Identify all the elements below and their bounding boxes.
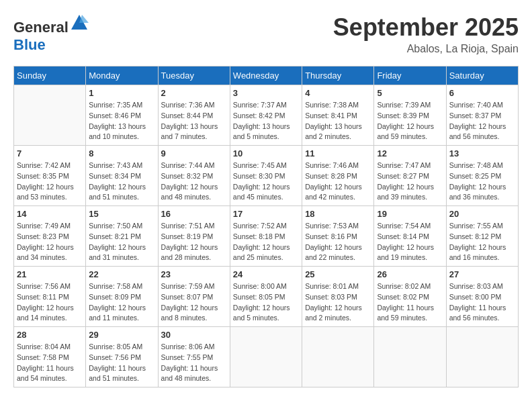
- location-title: Abalos, La Rioja, Spain: [333, 43, 519, 55]
- day-number: 6: [449, 88, 515, 98]
- day-info: Sunrise: 7:49 AMSunset: 8:23 PMDaylight:…: [17, 221, 83, 263]
- weekday-header-friday: Friday: [374, 66, 446, 85]
- weekday-header-wednesday: Wednesday: [230, 66, 302, 85]
- calendar-cell: 30Sunrise: 8:06 AMSunset: 7:55 PMDayligh…: [158, 327, 230, 387]
- weekday-header-saturday: Saturday: [446, 66, 518, 85]
- calendar-cell: 18Sunrise: 7:53 AMSunset: 8:16 PMDayligh…: [302, 206, 374, 267]
- day-number: 4: [305, 88, 371, 98]
- calendar-cell: 3Sunrise: 7:37 AMSunset: 8:42 PMDaylight…: [230, 85, 302, 146]
- day-number: 1: [89, 88, 154, 98]
- calendar-cell: 4Sunrise: 7:38 AMSunset: 8:41 PMDaylight…: [302, 85, 374, 146]
- calendar-table: SundayMondayTuesdayWednesdayThursdayFrid…: [13, 66, 519, 387]
- day-number: 27: [449, 269, 515, 279]
- day-number: 29: [89, 330, 154, 340]
- day-number: 17: [233, 209, 299, 219]
- calendar-cell: 13Sunrise: 7:48 AMSunset: 8:25 PMDayligh…: [446, 146, 518, 206]
- day-info: Sunrise: 7:56 AMSunset: 8:11 PMDaylight:…: [17, 281, 83, 324]
- day-info: Sunrise: 7:42 AMSunset: 8:35 PMDaylight:…: [17, 161, 83, 203]
- day-info: Sunrise: 7:50 AMSunset: 8:21 PMDaylight:…: [89, 221, 154, 263]
- day-number: 19: [377, 209, 443, 219]
- calendar-cell: [446, 327, 518, 387]
- day-number: 18: [305, 209, 371, 219]
- day-number: 25: [305, 269, 371, 279]
- day-info: Sunrise: 8:02 AMSunset: 8:02 PMDaylight:…: [377, 281, 443, 324]
- day-info: Sunrise: 7:53 AMSunset: 8:16 PMDaylight:…: [305, 221, 371, 263]
- calendar-cell: 8Sunrise: 7:43 AMSunset: 8:34 PMDaylight…: [86, 146, 158, 206]
- day-info: Sunrise: 7:38 AMSunset: 8:41 PMDaylight:…: [305, 100, 371, 142]
- day-number: 28: [17, 330, 83, 340]
- day-number: 15: [89, 209, 154, 219]
- calendar-cell: 21Sunrise: 7:56 AMSunset: 8:11 PMDayligh…: [14, 267, 86, 327]
- day-info: Sunrise: 8:00 AMSunset: 8:05 PMDaylight:…: [233, 281, 299, 324]
- weekday-header-tuesday: Tuesday: [158, 66, 230, 85]
- day-info: Sunrise: 7:37 AMSunset: 8:42 PMDaylight:…: [233, 100, 299, 142]
- calendar-cell: 15Sunrise: 7:50 AMSunset: 8:21 PMDayligh…: [86, 206, 158, 267]
- calendar-cell: 14Sunrise: 7:49 AMSunset: 8:23 PMDayligh…: [14, 206, 86, 267]
- calendar-cell: 10Sunrise: 7:45 AMSunset: 8:30 PMDayligh…: [230, 146, 302, 206]
- calendar-cell: [302, 327, 374, 387]
- day-info: Sunrise: 7:44 AMSunset: 8:32 PMDaylight:…: [161, 161, 227, 203]
- calendar-cell: 16Sunrise: 7:51 AMSunset: 8:19 PMDayligh…: [158, 206, 230, 267]
- weekday-header-sunday: Sunday: [14, 66, 86, 85]
- day-number: 7: [17, 148, 83, 158]
- day-number: 22: [89, 269, 154, 279]
- calendar-header-row: SundayMondayTuesdayWednesdayThursdayFrid…: [14, 66, 519, 85]
- calendar-body: 1Sunrise: 7:35 AMSunset: 8:46 PMDaylight…: [14, 85, 519, 387]
- calendar-cell: 17Sunrise: 7:52 AMSunset: 8:18 PMDayligh…: [230, 206, 302, 267]
- calendar-week-row: 1Sunrise: 7:35 AMSunset: 8:46 PMDaylight…: [14, 85, 519, 146]
- calendar-cell: 9Sunrise: 7:44 AMSunset: 8:32 PMDaylight…: [158, 146, 230, 206]
- calendar-cell: 26Sunrise: 8:02 AMSunset: 8:02 PMDayligh…: [374, 267, 446, 327]
- logo: General Blue: [13, 13, 89, 54]
- day-number: 12: [377, 148, 443, 158]
- day-number: 5: [377, 88, 443, 98]
- weekday-header-thursday: Thursday: [302, 66, 374, 85]
- day-info: Sunrise: 7:46 AMSunset: 8:28 PMDaylight:…: [305, 161, 371, 203]
- day-info: Sunrise: 7:36 AMSunset: 8:44 PMDaylight:…: [161, 100, 227, 142]
- day-info: Sunrise: 7:54 AMSunset: 8:14 PMDaylight:…: [377, 221, 443, 263]
- calendar-cell: 2Sunrise: 7:36 AMSunset: 8:44 PMDaylight…: [158, 85, 230, 146]
- day-number: 3: [233, 88, 299, 98]
- calendar-week-row: 21Sunrise: 7:56 AMSunset: 8:11 PMDayligh…: [14, 267, 519, 327]
- day-number: 9: [161, 148, 227, 158]
- day-number: 30: [161, 330, 227, 340]
- day-info: Sunrise: 7:35 AMSunset: 8:46 PMDaylight:…: [89, 100, 154, 142]
- svg-marker-1: [79, 15, 89, 23]
- calendar-cell: 11Sunrise: 7:46 AMSunset: 8:28 PMDayligh…: [302, 146, 374, 206]
- calendar-cell: 12Sunrise: 7:47 AMSunset: 8:27 PMDayligh…: [374, 146, 446, 206]
- calendar-cell: 1Sunrise: 7:35 AMSunset: 8:46 PMDaylight…: [86, 85, 158, 146]
- calendar-week-row: 28Sunrise: 8:04 AMSunset: 7:58 PMDayligh…: [14, 327, 519, 387]
- day-number: 11: [305, 148, 371, 158]
- calendar-cell: 22Sunrise: 7:58 AMSunset: 8:09 PMDayligh…: [86, 267, 158, 327]
- day-number: 23: [161, 269, 227, 279]
- calendar-cell: 7Sunrise: 7:42 AMSunset: 8:35 PMDaylight…: [14, 146, 86, 206]
- calendar-cell: [14, 85, 86, 146]
- day-info: Sunrise: 8:06 AMSunset: 7:55 PMDaylight:…: [161, 342, 227, 384]
- day-info: Sunrise: 8:04 AMSunset: 7:58 PMDaylight:…: [17, 342, 83, 384]
- calendar-cell: [230, 327, 302, 387]
- day-info: Sunrise: 8:01 AMSunset: 8:03 PMDaylight:…: [305, 281, 371, 324]
- calendar-week-row: 7Sunrise: 7:42 AMSunset: 8:35 PMDaylight…: [14, 146, 519, 206]
- calendar-cell: 19Sunrise: 7:54 AMSunset: 8:14 PMDayligh…: [374, 206, 446, 267]
- calendar-cell: 5Sunrise: 7:39 AMSunset: 8:39 PMDaylight…: [374, 85, 446, 146]
- day-info: Sunrise: 7:45 AMSunset: 8:30 PMDaylight:…: [233, 161, 299, 203]
- day-info: Sunrise: 7:58 AMSunset: 8:09 PMDaylight:…: [89, 281, 154, 324]
- calendar-cell: 27Sunrise: 8:03 AMSunset: 8:00 PMDayligh…: [446, 267, 518, 327]
- day-number: 2: [161, 88, 227, 98]
- day-number: 13: [449, 148, 515, 158]
- day-info: Sunrise: 7:47 AMSunset: 8:27 PMDaylight:…: [377, 161, 443, 203]
- logo-icon: [70, 13, 89, 32]
- day-info: Sunrise: 7:48 AMSunset: 8:25 PMDaylight:…: [449, 161, 515, 203]
- calendar-week-row: 14Sunrise: 7:49 AMSunset: 8:23 PMDayligh…: [14, 206, 519, 267]
- day-number: 10: [233, 148, 299, 158]
- day-info: Sunrise: 7:52 AMSunset: 8:18 PMDaylight:…: [233, 221, 299, 263]
- calendar-cell: 6Sunrise: 7:40 AMSunset: 8:37 PMDaylight…: [446, 85, 518, 146]
- logo-general: General: [13, 19, 69, 36]
- title-block: September 2025 Abalos, La Rioja, Spain: [333, 13, 519, 55]
- calendar-cell: [374, 327, 446, 387]
- day-info: Sunrise: 7:39 AMSunset: 8:39 PMDaylight:…: [377, 100, 443, 142]
- day-number: 21: [17, 269, 83, 279]
- logo-blue: Blue: [13, 36, 46, 53]
- calendar-cell: 20Sunrise: 7:55 AMSunset: 8:12 PMDayligh…: [446, 206, 518, 267]
- calendar-cell: 24Sunrise: 8:00 AMSunset: 8:05 PMDayligh…: [230, 267, 302, 327]
- day-info: Sunrise: 7:40 AMSunset: 8:37 PMDaylight:…: [449, 100, 515, 142]
